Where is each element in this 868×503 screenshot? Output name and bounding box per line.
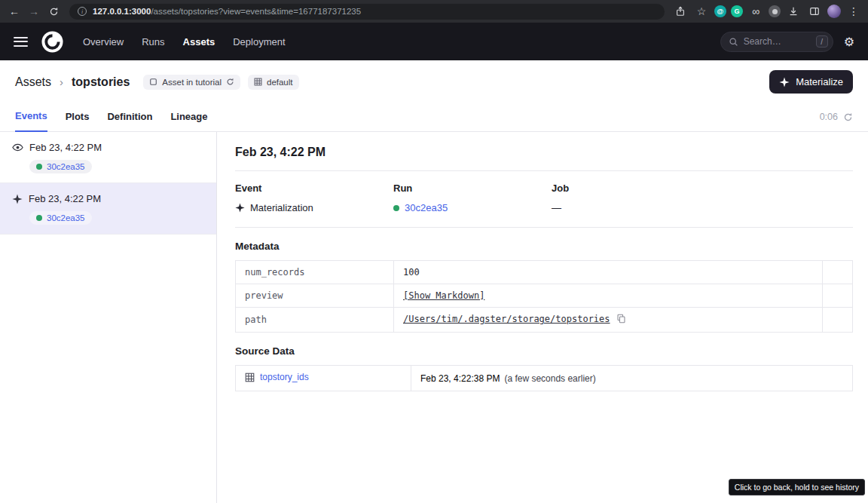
url-path: /assets/topstories?view=events&time=1677…: [151, 7, 361, 16]
event-summary-row: Event Materialization Run 30c2ea35 Job —: [235, 171, 853, 227]
metadata-key: preview: [236, 284, 394, 308]
run-status-dot: [36, 164, 42, 170]
reload-icon[interactable]: [226, 78, 234, 86]
timer-countdown: 0:06: [820, 112, 838, 122]
metadata-empty-cell: [823, 308, 853, 333]
extension-at-icon[interactable]: @: [714, 5, 726, 17]
copy-path-icon[interactable]: [616, 315, 626, 326]
dagster-navbar: Overview Runs Assets Deployment Search… …: [0, 23, 868, 60]
materialization-sparkle-icon: [235, 203, 245, 213]
metadata-table: num_records 100 preview [Show Markdown] …: [235, 260, 853, 333]
asset-group-tag-label: Asset in tutorial: [162, 78, 222, 87]
tab-plots[interactable]: Plots: [66, 111, 90, 131]
run-id-link[interactable]: 30c2ea35: [47, 213, 85, 222]
hamburger-menu-icon[interactable]: [14, 37, 28, 47]
run-status-dot: [36, 215, 42, 221]
run-id-link[interactable]: 30c2ea35: [47, 162, 85, 171]
metadata-heading: Metadata: [235, 241, 853, 252]
content-area: Feb 23, 4:22 PM 30c2ea35 Feb 23, 4:22 PM: [0, 132, 868, 503]
profile-avatar[interactable]: [827, 5, 841, 18]
event-detail-panel: Feb 23, 4:22 PM Event Materialization Ru…: [217, 132, 868, 503]
source-asset-link[interactable]: topstory_ids: [260, 372, 309, 382]
page-header: Assets › topstories Asset in tutorial de…: [0, 60, 868, 102]
source-asset-time-note: (a few seconds earlier): [504, 373, 595, 384]
event-list-sidebar: Feb 23, 4:22 PM 30c2ea35 Feb 23, 4:22 PM: [0, 132, 217, 503]
breadcrumb-assets-link[interactable]: Assets: [15, 75, 51, 89]
metadata-key: path: [236, 308, 394, 333]
event-type-value: Materialization: [250, 202, 313, 213]
asset-group-tag[interactable]: Asset in tutorial: [143, 75, 240, 90]
nav-item-assets[interactable]: Assets: [183, 36, 215, 48]
show-markdown-link[interactable]: [Show Markdown]: [403, 290, 484, 301]
event-list-item-materialization[interactable]: Feb 23, 4:22 PM 30c2ea35: [0, 183, 216, 235]
url-bar[interactable]: i 127.0.0.1:3000/assets/topstories?view=…: [69, 4, 665, 20]
source-data-table: topstory_ids Feb 23, 4:22:38 PM(a few se…: [235, 365, 853, 391]
job-value: —: [552, 202, 853, 213]
event-list-item-observation[interactable]: Feb 23, 4:22 PM 30c2ea35: [0, 132, 216, 183]
grid-icon: [254, 78, 262, 86]
bookmark-star-icon[interactable]: ☆: [693, 3, 710, 20]
dagster-logo[interactable]: [41, 31, 63, 53]
browser-forward-button[interactable]: →: [26, 3, 42, 20]
tab-definition[interactable]: Definition: [107, 111, 152, 131]
event-detail-title: Feb 23, 4:22 PM: [235, 146, 853, 159]
run-column-label: Run: [393, 182, 552, 194]
metadata-row-num-records: num_records 100: [236, 261, 853, 284]
share-icon[interactable]: [672, 3, 689, 20]
materialize-sparkle-icon: [779, 77, 790, 87]
nav-links: Overview Runs Assets Deployment: [83, 36, 286, 48]
job-column-label: Job: [552, 182, 853, 194]
browser-toolbar: ← → i 127.0.0.1:3000/assets/topstories?v…: [0, 0, 868, 23]
url-host: 127.0.0.1:3000: [93, 7, 151, 16]
run-status-dot: [393, 205, 399, 211]
tab-lineage[interactable]: Lineage: [170, 111, 207, 131]
run-tag[interactable]: 30c2ea35: [29, 211, 92, 225]
partition-default-tag-label: default: [267, 78, 293, 87]
downloads-icon[interactable]: [785, 3, 802, 20]
metadata-row-path: path /Users/tim/.dagster/storage/topstor…: [236, 308, 853, 333]
nav-item-runs[interactable]: Runs: [142, 36, 164, 48]
url-text: 127.0.0.1:3000/assets/topstories?view=ev…: [93, 7, 361, 16]
breadcrumb-current-asset: topstories: [72, 75, 130, 89]
nav-item-overview[interactable]: Overview: [83, 36, 124, 48]
auto-refresh-timer: 0:06: [820, 112, 853, 131]
settings-gear-icon[interactable]: ⚙: [844, 35, 854, 49]
metadata-value: 100: [403, 267, 420, 278]
run-id-link[interactable]: 30c2ea35: [405, 202, 448, 213]
source-data-row: topstory_ids Feb 23, 4:22:38 PM(a few se…: [236, 366, 853, 391]
divider: [235, 227, 853, 228]
partition-default-tag[interactable]: default: [248, 75, 299, 90]
event-timestamp: Feb 23, 4:22 PM: [29, 193, 101, 204]
event-timestamp: Feb 23, 4:22 PM: [29, 142, 102, 153]
asset-tabs: Events Plots Definition Lineage 0:06: [0, 102, 868, 132]
breadcrumb-separator: ›: [60, 75, 63, 88]
extension-grammarly-icon[interactable]: G: [731, 5, 743, 17]
timer-refresh-icon[interactable]: [843, 112, 853, 122]
metadata-row-preview: preview [Show Markdown]: [236, 284, 853, 308]
extension-icon[interactable]: [769, 5, 781, 17]
extension-infinity-icon[interactable]: ∞: [747, 3, 764, 20]
run-tag[interactable]: 30c2ea35: [29, 160, 92, 173]
metadata-key: num_records: [236, 261, 394, 284]
materialize-button[interactable]: Materialize: [769, 70, 853, 94]
asset-grid-icon: [245, 374, 255, 385]
event-column-label: Event: [235, 182, 393, 194]
path-link[interactable]: /Users/tim/.dagster/storage/topstories: [403, 314, 610, 324]
nav-item-deployment[interactable]: Deployment: [233, 36, 285, 48]
page-info-icon[interactable]: i: [78, 7, 87, 16]
asset-icon: [149, 78, 157, 86]
tab-events[interactable]: Events: [15, 110, 47, 132]
metadata-empty-cell: [823, 261, 853, 284]
browser-menu-icon[interactable]: ⋮: [845, 3, 862, 20]
materialization-sparkle-icon: [12, 194, 23, 204]
refresh-icon: [49, 7, 59, 17]
app-window: ← → i 127.0.0.1:3000/assets/topstories?v…: [0, 0, 868, 503]
search-input[interactable]: Search… /: [720, 32, 833, 52]
materialize-button-label: Materialize: [796, 76, 843, 87]
search-shortcut-key: /: [816, 35, 828, 48]
browser-back-button[interactable]: ←: [6, 3, 23, 20]
observation-eye-icon: [12, 142, 23, 153]
browser-refresh-button[interactable]: [45, 3, 62, 20]
split-view-icon[interactable]: [806, 3, 823, 20]
source-asset-timestamp: Feb 23, 4:22:38 PM: [420, 373, 500, 384]
